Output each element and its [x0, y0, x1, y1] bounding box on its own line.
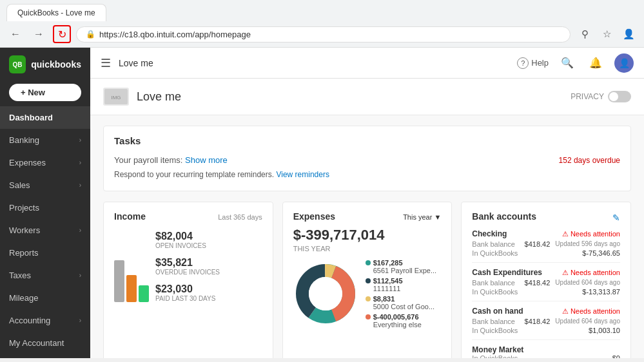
bank-balance-row-3: Bank balance $418.42 Updated 604 days ag… — [472, 318, 620, 325]
legend-dot-1 — [366, 260, 371, 265]
back-button[interactable]: ← — [6, 25, 24, 43]
sidebar-item-capital[interactable]: Capital NEW › — [0, 354, 90, 358]
open-invoices-label: OPEN INVOICES — [155, 242, 220, 249]
sidebar-logo: QB quickbooks — [0, 48, 90, 81]
topbar-actions: ? Help 🔍 🔔 👤 — [517, 53, 634, 73]
browser-tabs: QuickBooks - Love me — [0, 0, 644, 21]
sidebar-item-reports[interactable]: Reports — [0, 242, 90, 264]
svg-point-8 — [309, 277, 342, 310]
topbar: ☰ Love me ? Help 🔍 🔔 👤 — [90, 48, 644, 79]
qb-row-4: In QuickBooks $0 — [472, 354, 620, 358]
expenses-period[interactable]: This year ▼ — [403, 213, 441, 221]
bank-balance-row-2: Bank balance $418.42 Updated 604 days ag… — [472, 279, 620, 287]
income-card: Income Last 365 days $82,004 — [103, 202, 273, 358]
income-open-invoices: $82,004 OPEN INVOICES — [155, 231, 220, 249]
legend-item-1: $167,285 6561 Payroll Expe... — [366, 259, 436, 274]
company-name-heading: Love me — [137, 90, 563, 104]
legend-dot-4 — [366, 314, 371, 319]
lock-icon: 🔒 — [86, 30, 95, 39]
bank-name-row: Checking ⚠ Needs attention — [472, 229, 620, 238]
show-more-link[interactable]: Show more — [185, 155, 228, 165]
profile-button[interactable]: 👤 — [620, 25, 638, 43]
toggle-knob — [609, 92, 618, 101]
sidebar-item-banking[interactable]: Banking › — [0, 129, 90, 151]
browser-chrome: QuickBooks - Love me ← → ↻ 🔒 https://c18… — [0, 0, 644, 48]
bank-account-cash-expenditures: Cash Expenditures ⚠ Needs attention Bank… — [472, 263, 620, 301]
sidebar-item-expenses[interactable]: Expenses › — [0, 151, 90, 174]
sidebar-item-dashboard[interactable]: Dashboard — [0, 106, 90, 129]
bank-header: Bank accounts ✎ — [472, 211, 620, 224]
expenses-amount: $-399,717,014 — [293, 227, 442, 243]
topbar-company-name: Love me — [119, 58, 153, 68]
help-button[interactable]: ? Help — [517, 57, 549, 69]
sidebar-item-workers[interactable]: Workers › — [0, 219, 90, 242]
bank-account-checking: Checking ⚠ Needs attention Bank balance … — [472, 224, 620, 263]
sidebar-nav: Dashboard Banking › Expenses › Sales › P… — [0, 106, 90, 358]
search-button[interactable]: 🔍 — [558, 53, 577, 73]
tasks-section: Tasks Your payroll items: Show more 152 … — [103, 126, 631, 191]
edit-icon[interactable]: ✎ — [612, 213, 620, 223]
sidebar-item-sales[interactable]: Sales › — [0, 174, 90, 196]
privacy-switch[interactable] — [608, 91, 631, 102]
forward-button[interactable]: → — [30, 25, 48, 43]
legend-text-2: $112,545 1111111 — [373, 277, 403, 292]
sidebar-item-mileage[interactable]: Mileage — [0, 287, 90, 309]
chevron-right-icon: › — [79, 182, 81, 189]
menu-icon[interactable]: ☰ — [101, 56, 111, 70]
new-button[interactable]: + New — [9, 84, 81, 101]
sidebar-item-projects[interactable]: Projects — [0, 196, 90, 219]
address-bar[interactable]: 🔒 https://c18.qbo.intuit.com/app/homepag… — [76, 26, 571, 43]
browser-actions: ⚲ ☆ 👤 — [576, 25, 638, 43]
open-invoices-amount: $82,004 — [155, 231, 220, 242]
sidebar-item-label: Sales — [9, 180, 30, 190]
qb-row-1: In QuickBooks $-75,346.65 — [472, 249, 620, 257]
chevron-right-icon: › — [79, 227, 81, 234]
chevron-right-icon: › — [79, 272, 81, 279]
sidebar-item-label: Workers — [9, 225, 40, 235]
legend-item-3: $8,831 5000 Cost of Goo... — [366, 295, 436, 310]
overdue-invoices-amount: $35,821 — [155, 257, 220, 269]
donut-legend: $167,285 6561 Payroll Expe... $112,545 1… — [366, 259, 436, 329]
svg-text:QB: QB — [13, 61, 23, 68]
notifications-button[interactable]: 🔔 — [586, 53, 605, 73]
privacy-label: PRIVACY — [571, 92, 604, 101]
company-header: IMG Love me PRIVACY — [90, 79, 644, 115]
bank-balance-row-1: Bank balance $418.42 Updated 596 days ag… — [472, 240, 620, 248]
sidebar-item-accounting[interactable]: Accounting › — [0, 309, 90, 332]
browser-tab[interactable]: QuickBooks - Love me — [6, 4, 106, 21]
privacy-toggle[interactable]: PRIVACY — [571, 91, 631, 102]
reload-button[interactable]: ↻ — [53, 25, 71, 43]
bank-account-cash-on-hand: Cash on hand ⚠ Needs attention Bank bala… — [472, 301, 620, 340]
legend-dot-3 — [366, 296, 371, 301]
expenses-title: Expenses — [293, 211, 335, 222]
legend-dot-2 — [366, 278, 371, 283]
bank-rows-checking: Bank balance $418.42 Updated 596 days ag… — [472, 240, 620, 257]
donut-chart — [293, 262, 358, 326]
view-reminders-link[interactable]: View reminders — [276, 170, 329, 179]
url-text: https://c18.qbo.intuit.com/app/homepage — [99, 30, 251, 39]
svg-text:IMG: IMG — [111, 95, 121, 100]
sidebar-item-taxes[interactable]: Taxes › — [0, 264, 90, 287]
tasks-title: Tasks — [114, 135, 620, 146]
bookmark-button[interactable]: ☆ — [598, 25, 616, 43]
expenses-label: THIS YEAR — [293, 245, 442, 252]
sidebar-item-my-accountant[interactable]: My Accountant — [0, 332, 90, 354]
avatar[interactable]: 👤 — [614, 53, 634, 73]
overdue-text: 152 days overdue — [559, 156, 620, 165]
income-bar-orange — [126, 275, 137, 302]
search-browser-button[interactable]: ⚲ — [576, 25, 594, 43]
bank-accounts-title: Bank accounts — [472, 211, 536, 222]
bank-name-row-3: Cash on hand ⚠ Needs attention — [472, 307, 620, 316]
expenses-card: Expenses This year ▼ $-399,717,014 THIS … — [282, 202, 453, 358]
sidebar: QB quickbooks + New Dashboard Banking › … — [0, 48, 90, 358]
paid-last-30-label: PAID LAST 30 DAYS — [155, 295, 220, 302]
legend-item-2: $112,545 1111111 — [366, 277, 436, 292]
main-content: IMG Love me PRIVACY Tasks Your payroll — [90, 79, 644, 358]
income-items: $82,004 OPEN INVOICES $35,821 OVERDUE IN… — [155, 231, 220, 302]
needs-attention-2: ⚠ Needs attention — [562, 269, 620, 277]
donut-section: $167,285 6561 Payroll Expe... $112,545 1… — [293, 259, 442, 329]
sidebar-item-label: Dashboard — [9, 113, 53, 122]
income-overdue-invoices: $35,821 OVERDUE INVOICES — [155, 257, 220, 276]
app-layout: QB quickbooks + New Dashboard Banking › … — [0, 48, 644, 358]
sidebar-item-label: Taxes — [9, 271, 31, 280]
